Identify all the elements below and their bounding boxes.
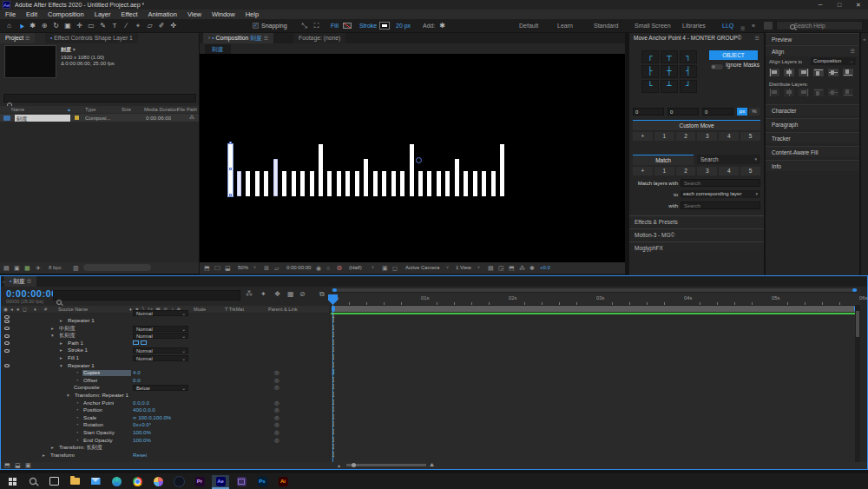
workspace-overflow-icon[interactable]: » [752, 19, 755, 32]
blend-mode-dropdown[interactable]: Normal⌄ [133, 355, 188, 361]
blend-mode-dropdown[interactable]: Normal⌄ [133, 333, 188, 339]
twirl-open-icon[interactable]: ▾ [51, 332, 54, 340]
choose-grid-icon[interactable]: ⊞ [264, 262, 269, 274]
timeline-row-start-opacity[interactable]: ◔Start Opacity100.0%◎ [1, 429, 329, 437]
property-name[interactable]: Offset [83, 377, 97, 385]
channel-icon[interactable]: ❂ [337, 262, 342, 274]
expand-layers-icon[interactable]: ⬒ [4, 462, 10, 469]
tab-effect-controls[interactable]: ▪ Effect Controls Shape Layer 1 [45, 33, 138, 43]
time-ruler[interactable]: 0s01s02s03s04s05s06s [331, 294, 860, 306]
panel-preview[interactable]: Preview [766, 33, 859, 44]
rotate-tool[interactable]: ↻ [50, 19, 62, 32]
timeline-row-repeater-1[interactable]: ▾Repeater 1 [1, 362, 329, 370]
brush-tool[interactable]: ∕ [121, 19, 132, 32]
menu-effect[interactable]: Effect [115, 10, 142, 19]
match-mode-dropdown[interactable]: Search ▾ [697, 155, 760, 164]
eye-icon[interactable] [4, 364, 10, 367]
preset-button-1[interactable]: 1 [654, 132, 674, 141]
panel-content-aware-fill[interactable]: Content-Aware Fill [766, 146, 859, 157]
clone-stamp-tool[interactable]: ⌖ [133, 19, 144, 32]
anchor-position-button-8[interactable]: ┴ [661, 80, 678, 93]
share-frame-icon[interactable]: ⬓ [225, 262, 231, 274]
tab-footage[interactable]: Footage: (none) [293, 33, 345, 43]
path-direction-icon[interactable] [141, 340, 147, 345]
taskbar-chrome-icon[interactable] [128, 475, 146, 487]
taskbar-davinci-resolve-icon[interactable] [149, 475, 167, 487]
twirl-closed-icon[interactable]: ▸ [60, 340, 62, 347]
anchor-position-button-2[interactable]: ┬ [661, 50, 678, 63]
timeline-row-中刻度[interactable]: ▸中刻度Normal⌄ [1, 325, 329, 333]
timeline-row-rotation[interactable]: ◔Rotation0x+0.0°◎ [1, 421, 329, 429]
pick-whip-icon[interactable]: ◎ [274, 429, 279, 437]
property-name[interactable]: Repeater 1 [68, 317, 95, 325]
with-input[interactable] [681, 202, 760, 209]
roto-brush-tool[interactable]: ✐ [156, 19, 168, 32]
stopwatch-icon[interactable]: ◔ [76, 429, 79, 437]
taskbar-media-player-icon[interactable] [170, 475, 187, 487]
timeline-row-end-opacity[interactable]: ◔End Opacity100.0%◎ [1, 437, 329, 445]
property-name[interactable]: Position [83, 406, 102, 414]
composition-mini-flowchart-icon[interactable]: ⁂ [246, 290, 253, 298]
column-media-duration[interactable]: Media Duration [144, 106, 178, 113]
stopwatch-icon[interactable]: ◔ [76, 414, 79, 422]
new-composition-icon[interactable]: ▦ [24, 262, 30, 274]
eye-icon[interactable] [4, 320, 10, 323]
property-name[interactable]: 中刻度 [59, 325, 76, 333]
panel-moglyphfx[interactable]: MoglyphFX [629, 241, 764, 253]
property-name[interactable]: Scale [83, 414, 96, 422]
property-value[interactable]: 100.0% [133, 437, 151, 445]
timeline-row-scale[interactable]: ◔Scale∞ 100.0,100.0%◎ [1, 414, 329, 422]
timeline-row-transform-repeater-1[interactable]: ▾Transform: Repeater 1 [1, 392, 329, 400]
z-offset-field[interactable] [702, 108, 733, 116]
property-name[interactable]: Anchor Point [83, 400, 114, 407]
preset-button-1[interactable]: 1 [654, 167, 674, 175]
workspace-small-screen[interactable]: Small Screen [635, 19, 671, 32]
main-viewer-icon[interactable]: 🖵 [214, 262, 220, 274]
anchor-position-button-1[interactable]: ┌ [641, 50, 659, 63]
align-bottom-button[interactable] [843, 69, 853, 76]
resolution-caret-icon[interactable]: ˅ [372, 262, 374, 274]
selection-handle[interactable] [229, 168, 232, 170]
new-folder-icon[interactable]: ▣ [14, 262, 20, 274]
fast-previews-icon[interactable]: ◲ [498, 262, 504, 274]
timeline-row-长刻度[interactable]: ▾长刻度Normal⌄ [1, 332, 329, 340]
preset-button-+[interactable]: + [633, 132, 653, 141]
project-search-input[interactable] [3, 94, 196, 102]
anchor-position-button-5[interactable]: ┼ [661, 65, 678, 78]
source-name-column[interactable]: Source Name [58, 306, 88, 313]
maximize-button[interactable]: □ [830, 0, 849, 10]
pick-whip-icon[interactable]: ◎ [274, 369, 279, 377]
timeline-row-offset[interactable]: ◔Offset0.0◎ [1, 377, 329, 385]
workspace-llq[interactable]: LLQ [722, 19, 733, 32]
selected-shape-bar[interactable] [228, 144, 233, 196]
taskbar-purple-app-icon[interactable] [233, 475, 250, 487]
project-row[interactable]: 刻度 Composi... 0:00:06:00 ⁂ [0, 114, 199, 122]
timeline-vertical-scrollbar[interactable] [855, 306, 860, 462]
zoom-tool[interactable]: ⊕ [39, 19, 50, 32]
menu-help[interactable]: Help [240, 10, 264, 19]
layer-inpoint-marker[interactable]: I [331, 452, 336, 459]
eye-icon[interactable] [4, 349, 10, 353]
snapshot-icon[interactable]: ◉ [316, 262, 321, 274]
tab-project[interactable]: Project ☰ [0, 33, 35, 43]
timeline-row-stroke-1[interactable]: ▸Stroke 1Normal⌄ [1, 347, 329, 354]
composition-viewer[interactable] [200, 54, 625, 262]
property-name[interactable]: Path 1 [68, 340, 83, 347]
taskbar-mail-icon[interactable] [87, 475, 104, 487]
blend-mode-dropdown[interactable]: Normal⌄ [133, 326, 188, 332]
shape-tool[interactable]: ▭ [86, 19, 97, 32]
draft-3d-icon[interactable]: ✦ [260, 290, 266, 298]
stroke-width[interactable]: 20 px [396, 19, 411, 32]
timeline-row-copies[interactable]: ◔Copies4.0◎ [1, 369, 329, 377]
project-row-name[interactable]: 刻度 [15, 115, 70, 122]
blend-mode-dropdown[interactable]: Below⌄ [133, 385, 188, 391]
minimize-button[interactable]: ─ [811, 0, 830, 10]
eye-icon[interactable] [4, 334, 10, 338]
px-button[interactable]: px [737, 108, 747, 116]
viewer-subtab[interactable]: 刻度 [205, 44, 231, 54]
label-color-chip[interactable] [75, 116, 79, 120]
home-icon[interactable]: ⌂ [3, 19, 15, 32]
match-tab[interactable]: Match [633, 155, 694, 165]
collapsed-panel-strip[interactable]: « [861, 33, 868, 275]
magnification-dropdown[interactable]: 50% [238, 262, 248, 274]
